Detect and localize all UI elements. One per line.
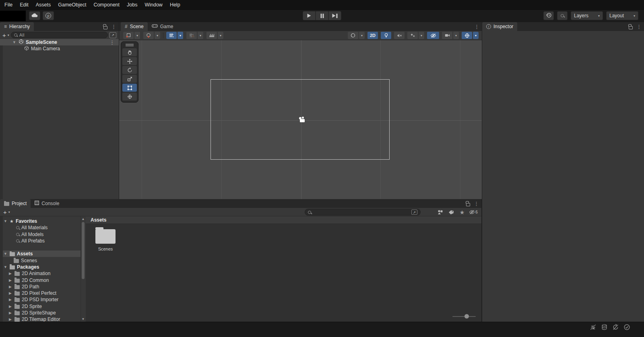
- tree-row-all-materials[interactable]: All Materials: [0, 224, 85, 231]
- menu-gameobject[interactable]: GameObject: [54, 0, 90, 10]
- scroll-down-icon[interactable]: ▼: [81, 317, 85, 321]
- tree-row-package[interactable]: ▶ 2D Pixel Perfect: [0, 290, 85, 296]
- foldout-closed-icon[interactable]: ▶: [8, 298, 12, 302]
- shading-mode-dropdown[interactable]: ▾: [359, 32, 365, 39]
- foldout-closed-icon[interactable]: ▶: [8, 278, 12, 282]
- effects-dropdown[interactable]: ▾: [419, 32, 424, 39]
- favorites-star-button[interactable]: ★: [457, 209, 467, 216]
- foldout-open-icon[interactable]: ▼: [12, 40, 17, 44]
- tool-handle-position-dropdown[interactable]: ▾: [134, 32, 140, 39]
- grid-visibility-dropdown[interactable]: ▾: [178, 32, 183, 39]
- lock-icon[interactable]: [629, 26, 633, 29]
- create-button[interactable]: +: [3, 209, 7, 215]
- gizmos-dropdown[interactable]: ▾: [473, 32, 479, 39]
- play-button[interactable]: [303, 11, 316, 20]
- tree-row-package[interactable]: ▶ 2D Sprite: [0, 303, 85, 310]
- tree-row-package[interactable]: ▶ 2D SpriteShape: [0, 310, 85, 316]
- tree-row-all-models[interactable]: All Models: [0, 231, 85, 238]
- cache-server-status-icon[interactable]: [601, 323, 608, 331]
- tab-inspector[interactable]: i Inspector: [482, 22, 517, 31]
- transform-tool[interactable]: [122, 92, 137, 101]
- tree-row-packages[interactable]: ▼ Packages: [0, 264, 85, 270]
- kebab-menu-icon[interactable]: ⋮: [636, 24, 642, 29]
- open-search-window-icon[interactable]: ↗: [411, 210, 417, 215]
- scene-kebab-icon[interactable]: ⋮: [109, 40, 115, 45]
- 2d-mode-toggle[interactable]: 2D: [367, 32, 378, 39]
- shading-mode-button[interactable]: [348, 32, 358, 39]
- tree-row-all-prefabs[interactable]: All Prefabs: [0, 238, 85, 244]
- undo-history-button[interactable]: [543, 11, 554, 20]
- menu-jobs[interactable]: Jobs: [123, 0, 141, 10]
- lock-icon[interactable]: [466, 203, 470, 206]
- overlay-drag-handle[interactable]: [126, 44, 134, 46]
- tab-hierarchy[interactable]: ≡ Hierarchy: [0, 22, 34, 31]
- slider-knob[interactable]: [464, 314, 469, 319]
- kebab-menu-icon[interactable]: ⋮: [111, 24, 116, 29]
- open-search-window-icon[interactable]: ↗: [109, 32, 116, 38]
- tool-handle-rotation-dropdown[interactable]: ▾: [155, 32, 160, 39]
- scale-tool[interactable]: [122, 75, 137, 83]
- tree-scrollbar[interactable]: ▲ ▼: [80, 216, 85, 322]
- view-hand-tool[interactable]: [122, 48, 137, 56]
- scroll-up-icon[interactable]: ▲: [81, 217, 85, 221]
- tool-handle-position-button[interactable]: [123, 32, 134, 39]
- create-dropdown-icon[interactable]: ▾: [8, 33, 9, 37]
- snap-increment-dropdown[interactable]: ▾: [218, 32, 223, 39]
- scrollbar-thumb[interactable]: [82, 222, 85, 279]
- grid-snapping-toggle[interactable]: [186, 32, 197, 39]
- scene-lighting-toggle[interactable]: [381, 32, 391, 39]
- menu-window[interactable]: Window: [141, 0, 166, 10]
- grid-visibility-toggle[interactable]: [166, 32, 177, 39]
- tab-project[interactable]: Project: [0, 199, 31, 208]
- gizmos-toggle[interactable]: [462, 32, 472, 39]
- debugger-status-icon[interactable]: [589, 323, 597, 331]
- menu-assets[interactable]: Assets: [32, 0, 55, 10]
- project-search-field[interactable]: ↗: [305, 209, 421, 216]
- foldout-closed-icon[interactable]: ▶: [8, 304, 12, 308]
- foldout-closed-icon[interactable]: ▶: [8, 271, 12, 275]
- camera-gizmo[interactable]: [298, 116, 307, 123]
- rect-tool[interactable]: [122, 84, 137, 92]
- pause-button[interactable]: [316, 11, 328, 20]
- foldout-closed-icon[interactable]: ▶: [8, 317, 12, 321]
- foldout-open-icon[interactable]: ▼: [3, 252, 8, 256]
- scene-canvas[interactable]: [119, 40, 482, 199]
- search-by-label-button[interactable]: [446, 209, 456, 216]
- menu-file[interactable]: File: [1, 0, 16, 10]
- tree-row-assets[interactable]: ▼ Assets: [0, 251, 85, 257]
- hierarchy-search-input[interactable]: [19, 33, 105, 37]
- menu-component[interactable]: Component: [90, 0, 123, 10]
- menu-edit[interactable]: Edit: [16, 0, 32, 10]
- asset-item-scenes[interactable]: Scenes: [92, 226, 119, 251]
- search-by-type-button[interactable]: [436, 209, 445, 216]
- search-everything-button[interactable]: [557, 11, 568, 20]
- version-control-button[interactable]: p: [43, 11, 54, 20]
- foldout-open-icon[interactable]: ▼: [3, 219, 8, 223]
- cloud-services-button[interactable]: [29, 11, 40, 20]
- foldout-closed-icon[interactable]: ▶: [8, 291, 12, 295]
- move-tool[interactable]: [122, 57, 137, 65]
- tab-scene[interactable]: # Scene: [121, 22, 148, 31]
- hidden-objects-toggle[interactable]: [427, 32, 439, 39]
- create-dropdown-icon[interactable]: ▾: [8, 210, 10, 214]
- kebab-menu-icon[interactable]: ⋮: [474, 201, 479, 206]
- project-search-input[interactable]: [313, 210, 409, 215]
- effects-toggle[interactable]: [407, 32, 418, 39]
- hierarchy-row-scene[interactable]: ▼ SampleScene ⋮: [0, 39, 119, 45]
- scene-camera-button[interactable]: [442, 32, 452, 39]
- audio-mute-toggle[interactable]: [394, 32, 405, 39]
- auto-refresh-status-icon[interactable]: [612, 323, 619, 331]
- layers-dropdown[interactable]: Layers ▾: [571, 11, 603, 20]
- snap-increment-button[interactable]: [206, 32, 217, 39]
- lock-icon[interactable]: [103, 26, 107, 29]
- tree-row-package[interactable]: ▶ 2D Common: [0, 277, 85, 283]
- hidden-packages-toggle[interactable]: 6: [467, 209, 480, 216]
- progress-check-icon[interactable]: [623, 323, 630, 331]
- tree-row-package[interactable]: ▶ 2D Tilemap Editor: [0, 316, 85, 322]
- foldout-closed-icon[interactable]: ▶: [8, 311, 12, 315]
- tree-row-package[interactable]: ▶ 2D Animation: [0, 270, 85, 277]
- step-button[interactable]: [329, 11, 341, 20]
- tab-console[interactable]: Console: [31, 199, 63, 208]
- tree-row-favorites[interactable]: ▼ ★ Favorites: [0, 218, 85, 224]
- rotate-tool[interactable]: [122, 66, 137, 74]
